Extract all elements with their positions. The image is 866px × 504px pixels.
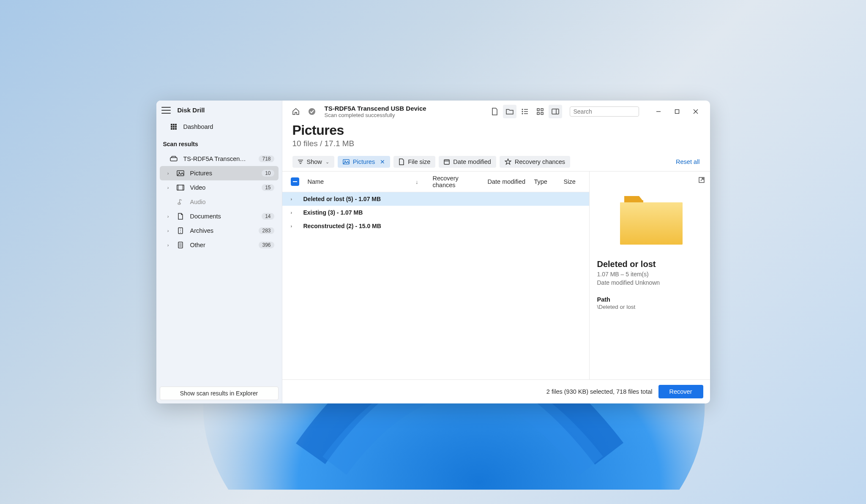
chevron-right-icon: ›	[166, 214, 171, 219]
archive-icon	[177, 227, 184, 234]
row-label: Reconstructed (2) - 15.0 MB	[303, 223, 381, 229]
filter-date-modified[interactable]: Date modified	[439, 156, 496, 168]
chevron-right-icon: ›	[166, 185, 171, 190]
other-icon	[177, 241, 184, 249]
close-button[interactable]	[687, 106, 704, 117]
show-in-explorer-button[interactable]: Show scan results in Explorer	[160, 387, 279, 400]
star-icon	[505, 158, 511, 165]
view-panel-icon[interactable]	[549, 105, 562, 118]
svg-point-25	[522, 113, 523, 114]
search-box[interactable]	[570, 106, 639, 117]
document-icon	[399, 158, 404, 165]
view-file-icon[interactable]	[488, 105, 501, 118]
device-title: TS-RDF5A Transcend USB Device	[325, 105, 426, 112]
sidebar-item-pictures[interactable]: › Pictures 10	[160, 166, 279, 180]
app-title: Disk Drill	[178, 106, 205, 114]
svg-rect-13	[177, 185, 184, 190]
svg-rect-30	[541, 109, 543, 111]
recover-button[interactable]: Recover	[658, 385, 703, 398]
svg-rect-9	[175, 128, 177, 130]
chevron-right-icon: ›	[291, 223, 298, 229]
svg-rect-38	[675, 110, 679, 114]
sidebar-item-count: 15	[262, 184, 274, 191]
svg-rect-5	[173, 126, 175, 128]
home-icon[interactable]	[290, 106, 302, 117]
column-recovery-chances[interactable]: Recovery chances	[429, 175, 484, 188]
main-content: TS-RDF5A Transcend USB Device Scan compl…	[282, 101, 710, 403]
table-row[interactable]: › Reconstructed (2) - 15.0 MB	[282, 219, 589, 233]
sidebar-item-audio[interactable]: Audio	[160, 195, 279, 209]
sidebar-item-count: 14	[262, 213, 274, 220]
details-date: Date modified Unknown	[597, 279, 702, 286]
svg-rect-4	[171, 126, 172, 128]
filter-recovery-chances[interactable]: Recovery chances	[500, 156, 570, 168]
details-title: Deleted or lost	[597, 259, 702, 269]
search-input[interactable]	[574, 108, 647, 115]
scan-status: Scan completed successfully	[325, 112, 426, 118]
sidebar-dashboard-label: Dashboard	[183, 123, 213, 130]
minimize-button[interactable]	[650, 106, 667, 117]
chevron-right-icon: ›	[291, 196, 298, 202]
header: TS-RDF5A Transcend USB Device Scan compl…	[282, 101, 710, 121]
sidebar-item-other[interactable]: › Other 396	[160, 238, 279, 252]
svg-point-16	[178, 203, 180, 204]
filter-file-size[interactable]: File size	[393, 156, 435, 168]
svg-rect-2	[173, 124, 175, 125]
column-size[interactable]: Size	[560, 178, 585, 185]
filter-icon	[298, 159, 303, 164]
svg-rect-8	[173, 128, 175, 130]
filter-show[interactable]: Show ⌄	[292, 156, 334, 168]
view-grid-icon[interactable]	[533, 105, 547, 118]
sidebar-dashboard[interactable]: Dashboard	[160, 120, 279, 134]
sort-arrow-icon: ↓	[415, 179, 418, 185]
sidebar-item-label: Documents	[190, 213, 221, 220]
chevron-right-icon: ›	[166, 228, 171, 233]
popout-icon[interactable]	[698, 177, 705, 183]
image-icon	[177, 169, 184, 177]
sidebar-item-video[interactable]: › Video 15	[160, 180, 279, 195]
sidebar-item-documents[interactable]: › Documents 14	[160, 209, 279, 223]
sidebar-device-label: TS-RDF5A Transcend US...	[183, 155, 247, 162]
remove-filter-icon[interactable]: ✕	[380, 158, 385, 165]
sidebar-item-count: 283	[259, 227, 274, 234]
details-path-heading: Path	[597, 296, 702, 303]
calendar-icon	[444, 159, 450, 165]
details-path: \Deleted or lost	[597, 304, 702, 310]
page-title: Pictures	[292, 123, 700, 138]
filter-pictures[interactable]: Pictures ✕	[338, 156, 390, 168]
chevron-right-icon: ›	[166, 242, 171, 248]
reset-all-link[interactable]: Reset all	[676, 158, 699, 165]
svg-point-23	[522, 109, 523, 110]
view-list-icon[interactable]	[518, 105, 532, 118]
folder-icon	[616, 192, 683, 247]
column-date-modified[interactable]: Date modified	[484, 178, 530, 185]
sidebar-item-archives[interactable]: › Archives 283	[160, 223, 279, 238]
details-panel: Deleted or lost 1.07 MB – 5 item(s) Date…	[589, 172, 710, 379]
svg-rect-31	[537, 112, 539, 114]
sidebar-device[interactable]: TS-RDF5A Transcend US... 718	[160, 152, 279, 166]
select-all-checkbox[interactable]	[291, 177, 299, 186]
sidebar-item-label: Pictures	[190, 170, 212, 177]
svg-rect-15	[183, 185, 184, 190]
column-name[interactable]: Name ↓	[303, 178, 429, 185]
svg-rect-1	[171, 124, 172, 125]
svg-point-24	[522, 111, 523, 112]
filter-date-modified-label: Date modified	[453, 158, 491, 165]
svg-rect-29	[537, 109, 539, 111]
document-icon	[177, 212, 184, 220]
drive-icon	[170, 155, 178, 163]
sidebar-item-label: Audio	[190, 199, 206, 205]
table-header: Name ↓ Recovery chances Date modified Ty…	[282, 172, 589, 192]
view-folder-icon[interactable]	[503, 105, 516, 118]
table-row[interactable]: › Existing (3) - 1.07 MB	[282, 206, 589, 219]
hamburger-menu-icon[interactable]	[161, 107, 171, 114]
maximize-button[interactable]	[669, 106, 686, 117]
grid-icon	[170, 123, 178, 131]
sidebar: Disk Drill Dashboard Scan results TS-RDF…	[156, 101, 282, 403]
footer: 2 files (930 KB) selected, 718 files tot…	[282, 379, 710, 403]
column-type[interactable]: Type	[530, 178, 560, 185]
filter-file-size-label: File size	[408, 158, 430, 165]
table-row[interactable]: › Deleted or lost (5) - 1.07 MB	[282, 192, 589, 206]
filter-recovery-label: Recovery chances	[515, 158, 565, 165]
filter-bar: Show ⌄ Pictures ✕ File size Date modifie…	[282, 153, 710, 171]
